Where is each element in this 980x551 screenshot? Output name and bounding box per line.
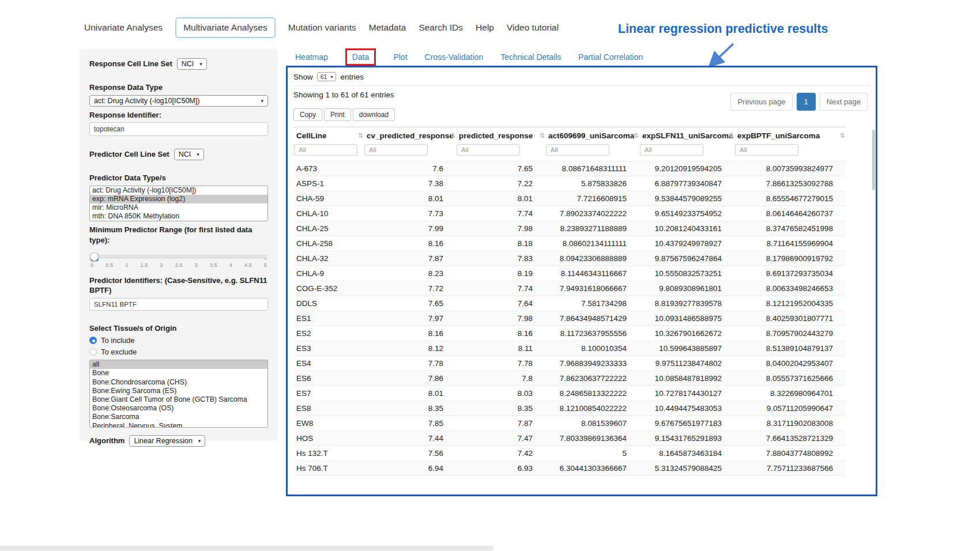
response-cell-line-set-select[interactable]: NCI▾ (177, 58, 207, 70)
column-header-expbptf-unisarcoma[interactable]: expBPTF_uniSarcoma⇅ (734, 127, 846, 145)
column-header-cellline[interactable]: CellLine⇅ (293, 127, 364, 145)
option-exp-mrna-expression-log2[interactable]: exp: mRNA Expression (log2) (90, 195, 267, 203)
response-data-type-select[interactable]: act: Drug Activity (-log10[IC50M])▾ (89, 95, 268, 107)
tab-heatmap[interactable]: Heatmap (295, 52, 328, 62)
option-bone[interactable]: Bone (90, 369, 267, 378)
value-cell: 7.86230637722222 (545, 371, 639, 386)
sort-icon[interactable]: ⇅ (450, 132, 455, 139)
nav-item-mutation-variants[interactable]: Mutation variants (288, 18, 356, 37)
value-cell: 10.4494475483053 (639, 401, 734, 416)
table-row: COG-E-3527.727.747.949316180666679.80893… (293, 281, 846, 296)
value-cell: 7.88043774808992 (734, 446, 846, 461)
chevron-down-icon: ▾ (199, 61, 202, 67)
table-body: A-6737.67.658.086716483111119.2012091959… (293, 161, 846, 476)
tab-cross-validation[interactable]: Cross-Validation (425, 52, 484, 62)
predictor-data-types-label: Predictor Data Type/s (89, 173, 268, 183)
response-identifier-input[interactable] (89, 122, 268, 136)
filter-input-act609699-unisarcoma[interactable] (546, 144, 609, 156)
filter-input-expslfn11-unisarcoma[interactable] (640, 144, 703, 156)
entries-count-select[interactable]: 61▾ (317, 72, 337, 81)
value-cell: 7.73 (364, 206, 456, 221)
column-header-act609699-unisarcoma[interactable]: act609699_uniSarcoma⇅ (545, 127, 639, 145)
cellline-cell: DDLS (293, 296, 364, 311)
value-cell: 7.99 (364, 221, 456, 236)
value-cell: 8.3226980964701 (734, 386, 846, 401)
option-all[interactable]: all (90, 360, 267, 369)
download-button[interactable]: download (353, 108, 395, 121)
filter-input-predicted-response[interactable] (457, 144, 520, 156)
filter-input-cellline[interactable] (294, 144, 357, 156)
value-cell: 8.11446343116667 (545, 266, 639, 281)
option-bone-osteosarcoma-os[interactable]: Bone:Osteosarcoma (OS) (90, 404, 267, 413)
sort-icon[interactable]: ⇅ (729, 132, 734, 139)
value-cell: 6.93 (456, 461, 545, 476)
radio-to-include[interactable]: To include (89, 336, 268, 345)
min-predictor-range-slider[interactable]: 0 5 00.511.522.533.544.55 (91, 255, 267, 268)
value-cell: 6.94 (364, 461, 456, 476)
value-cell: 8.09423306888889 (545, 251, 639, 266)
value-cell: 8.71164155969904 (734, 236, 846, 251)
next-page-button[interactable]: Next page (820, 93, 868, 111)
option-bone-sarcoma[interactable]: Bone:Sarcoma (90, 413, 267, 421)
predictor-cell-line-set-select[interactable]: NCI▾ (174, 149, 204, 160)
filter-row (293, 144, 846, 161)
value-cell: 7.98 (456, 221, 545, 236)
table-row: ES17.977.987.8643494857142910.0931486588… (293, 311, 846, 326)
option-bone-chondrosarcoma-chs[interactable]: Bone:Chondrosarcoma (CHS) (90, 378, 267, 387)
value-cell: 8.31711902083008 (734, 416, 846, 431)
option-bone-ewing-sarcoma-es[interactable]: Bone:Ewing Sarcoma (ES) (90, 387, 267, 395)
nav-item-search-ids[interactable]: Search IDs (419, 18, 463, 37)
column-header-cv-predicted-response[interactable]: cv_predicted_response⇅ (364, 127, 456, 145)
previous-page-button[interactable]: Previous page (730, 93, 792, 111)
option-bone-giant-cell-tumor-of-bone-gctb-sarcoma[interactable]: Bone:Giant Cell Tumor of Bone (GCTB) Sar… (90, 395, 267, 404)
nav-item-multivariate-analyses[interactable]: Multivariate Analyses (175, 17, 276, 38)
min-predictor-range-label: Minimum Predictor Range (for first liste… (89, 225, 268, 245)
value-cell: 8.01 (364, 386, 456, 401)
slider-handle[interactable] (90, 252, 99, 261)
nav-item-metadata[interactable]: Metadata (369, 18, 406, 37)
cellline-cell: CHLA-258 (293, 236, 364, 251)
tab-partial-correlation[interactable]: Partial Correlation (578, 52, 643, 62)
option-mth-dna-850k-methylation[interactable]: mth: DNA 850K Methylation (90, 212, 267, 221)
tab-data[interactable]: Data (345, 48, 376, 66)
value-cell: 7.47 (456, 431, 545, 446)
column-label: act609699_uniSarcoma (548, 131, 634, 140)
nav-item-video-tutorial[interactable]: Video tutorial (507, 18, 559, 37)
value-cell: 7.87 (364, 251, 456, 266)
option-mir-microrna[interactable]: mir: MicroRNA (90, 203, 267, 212)
slider-track[interactable] (91, 255, 267, 259)
value-cell: 10.4379249978927 (639, 236, 734, 251)
table-row: CHLA-327.877.838.094233068888899.8756759… (293, 251, 846, 266)
sort-icon[interactable]: ⇅ (540, 132, 545, 139)
print-button[interactable]: Print (324, 108, 351, 121)
column-header-expslfn11-unisarcoma[interactable]: expSLFN11_uniSarcoma⇅ (639, 127, 734, 145)
option-peripheral-nervous-system[interactable]: Peripheral_Nervous_System (90, 422, 267, 428)
sidebar-panel: Response Cell Line Set NCI▾ Response Dat… (80, 49, 278, 441)
tissue-origin-label: Select Tissue/s of Origin (89, 323, 268, 334)
column-header-predicted-response[interactable]: predicted_response⇅ (456, 127, 545, 145)
value-cell: 9.53844579089255 (639, 191, 734, 206)
sort-icon[interactable]: ⇅ (358, 132, 363, 139)
table-row: ES78.018.038.2486581332222210.7278174430… (293, 386, 846, 401)
filter-input-expbptf-unisarcoma[interactable] (735, 144, 798, 156)
algorithm-select[interactable]: Linear Regression▾ (129, 435, 205, 447)
tab-technical-details[interactable]: Technical Details (500, 52, 561, 62)
horizontal-scrollbar[interactable] (0, 546, 493, 551)
nav-item-univariate-analyses[interactable]: Univariate Analyses (84, 18, 163, 37)
value-cell: 9.8089308961801 (639, 281, 734, 296)
page-1-button[interactable]: 1 (797, 93, 816, 111)
nav-item-help[interactable]: Help (476, 18, 494, 37)
vertical-scrollbar[interactable] (872, 130, 875, 190)
filter-input-cv-predicted-response[interactable] (364, 144, 428, 156)
predictor-cell-line-set-label: Predictor Cell Line Set (89, 149, 169, 160)
value-cell: 9.87567596247864 (639, 251, 734, 266)
option-act-drug-activity-log10-ic50m[interactable]: act: Drug Activity (-log10[IC50M]) (90, 186, 267, 195)
predictor-identifiers-input[interactable] (89, 298, 268, 311)
copy-button[interactable]: Copy (293, 108, 322, 121)
tab-plot[interactable]: Plot (393, 52, 407, 62)
value-cell: 8.12 (364, 341, 456, 356)
sort-icon[interactable]: ⇅ (840, 132, 845, 139)
sort-icon[interactable]: ⇅ (634, 132, 639, 139)
select-value: NCI (179, 150, 191, 158)
radio-to-exclude[interactable]: To exclude (89, 348, 268, 356)
